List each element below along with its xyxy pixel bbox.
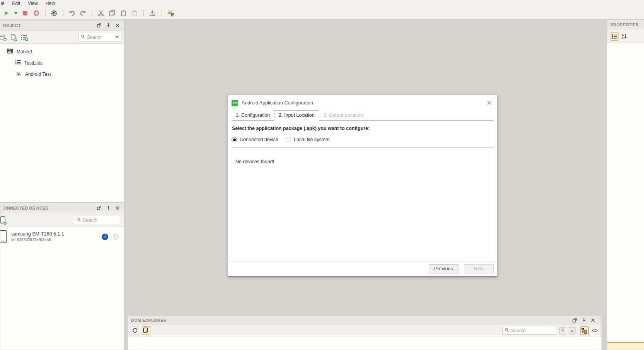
plus-badge-icon: [3, 38, 7, 41]
device-info-icon[interactable]: i: [102, 234, 108, 240]
select-element-icon[interactable]: [142, 326, 150, 335]
local-file-system-radio-label[interactable]: Local file system: [294, 137, 329, 142]
dom-search: [502, 327, 557, 335]
no-devices-message: No devices found!: [235, 159, 494, 164]
android-settings-icon[interactable]: [166, 9, 175, 17]
install-package-icon[interactable]: [148, 9, 156, 17]
next-button: Next: [464, 264, 494, 273]
android-app-config-dialog: TS Android Application Configuration 1. …: [228, 95, 497, 277]
dialog-title: Android Application Configuration: [242, 100, 313, 106]
sort-alphabetical-icon[interactable]: A Z: [622, 34, 627, 39]
dom-explorer-content[interactable]: [128, 336, 601, 350]
cut-icon[interactable]: [97, 9, 105, 17]
device-phone-icon: [0, 230, 7, 243]
toolbar-separator: [63, 10, 63, 16]
settings-gear-icon[interactable]: [50, 9, 58, 17]
dom-search-input[interactable]: [511, 328, 554, 333]
close-panel-icon[interactable]: [116, 24, 119, 27]
devices-panel-toolbar: [0, 213, 124, 227]
notification-strip: [607, 342, 644, 350]
new-list-icon[interactable]: [21, 34, 27, 40]
add-project-icon[interactable]: [0, 34, 5, 40]
toolbar-separator: [161, 10, 162, 16]
dialog-close-icon[interactable]: [487, 101, 492, 105]
dom-explorer-titlebar: DOM EXPLORER: [128, 316, 601, 325]
project-node-icon: [7, 48, 13, 55]
dialog-prompt: Select the application package (.apk) yo…: [232, 126, 494, 131]
package-source-radios: Connected device Local file system: [232, 137, 494, 142]
close-panel-icon[interactable]: [116, 206, 119, 210]
pin-panel-icon[interactable]: [106, 23, 111, 27]
project-search-input[interactable]: [87, 34, 113, 40]
tree-view-icon[interactable]: [580, 326, 589, 335]
menu-help[interactable]: Help: [42, 0, 59, 7]
new-file-icon[interactable]: [10, 34, 16, 40]
plus-badge-icon: [25, 38, 29, 41]
connected-device-radio[interactable]: [232, 137, 237, 142]
float-panel-icon[interactable]: [572, 318, 577, 323]
dialog-footer: Previous Next: [228, 261, 497, 276]
add-device-icon[interactable]: [0, 216, 5, 224]
device-select-radio[interactable]: [113, 234, 119, 240]
copy-icon[interactable]: [108, 9, 116, 17]
code-view-icon[interactable]: <>: [591, 328, 599, 333]
menu-edit[interactable]: Edit: [8, 0, 24, 7]
tree-item-label: Android Test: [25, 72, 51, 77]
device-row[interactable]: samsung SM-T280 5.1.1 Id: 628307817cfb2e…: [0, 227, 124, 246]
clear-search-icon[interactable]: [115, 34, 119, 40]
sort-letter-z: Z: [622, 36, 624, 39]
dialog-tabs: 1. Configuration 2. Input Location 3. Ou…: [232, 111, 494, 121]
device-name: samsung SM-T280 5.1.1: [11, 231, 64, 237]
close-panel-icon[interactable]: [591, 318, 595, 322]
vertical-splitter[interactable]: [602, 315, 607, 350]
properties-panel: PROPERTIES A Z: [607, 19, 644, 350]
plus-badge-icon: [3, 221, 7, 225]
find-previous-icon[interactable]: [569, 327, 576, 335]
dialog-divider: [232, 147, 494, 148]
record-icon[interactable]: [32, 9, 40, 17]
devices-panel-titlebar: ONNECTED DEVICES: [0, 203, 124, 213]
paste-icon[interactable]: [119, 9, 127, 17]
app-logo-icon: TS: [232, 100, 238, 106]
refresh-dom-icon[interactable]: [131, 326, 139, 335]
connected-device-radio-label[interactable]: Connected device: [240, 137, 278, 142]
run-icon[interactable]: [3, 9, 10, 17]
redo-icon[interactable]: [79, 9, 87, 17]
devices-search: [74, 216, 120, 224]
devices-search-input[interactable]: [83, 217, 118, 223]
properties-toolbar: A Z: [607, 30, 644, 43]
pin-panel-icon[interactable]: [106, 206, 111, 210]
delete-icon[interactable]: [131, 9, 138, 17]
tree-item-testlists[interactable]: TestLists: [0, 57, 124, 68]
categorized-view-icon[interactable]: [610, 32, 618, 41]
menu-file[interactable]: le: [0, 0, 8, 7]
tree-item-label: TestLists: [24, 60, 43, 66]
properties-title: PROPERTIES: [610, 22, 639, 27]
search-icon: [505, 328, 509, 333]
devices-panel-title: ONNECTED DEVICES: [3, 206, 48, 210]
float-panel-icon[interactable]: [97, 23, 101, 27]
search-icon: [77, 217, 81, 223]
main-toolbar: [0, 7, 644, 19]
device-id: Id: 628307817cfb2eb6: [11, 238, 64, 242]
run-options-caret-icon[interactable]: [14, 9, 18, 17]
project-tree: Mobile1 TestLists Android Test: [0, 44, 124, 80]
tab-input-location[interactable]: 2. Input Location: [274, 110, 319, 121]
android-node-icon: [15, 71, 22, 77]
tree-item-mobile1[interactable]: Mobile1: [0, 46, 124, 57]
local-file-system-radio[interactable]: [286, 137, 291, 142]
pin-panel-icon[interactable]: [582, 318, 586, 323]
plus-badge-icon: [14, 38, 17, 42]
menu-view[interactable]: View: [24, 0, 42, 7]
tab-output-location: 3. Output Location: [319, 111, 367, 120]
float-panel-icon[interactable]: [97, 206, 101, 210]
stop-icon[interactable]: [21, 9, 29, 17]
dom-explorer-panel: DOM EXPLORER: [128, 315, 602, 350]
undo-icon[interactable]: [68, 9, 76, 17]
find-next-icon[interactable]: [559, 327, 566, 335]
search-icon: [81, 34, 85, 40]
tab-configuration[interactable]: 1. Configuration: [232, 111, 274, 120]
app-window: le Edit View Help: [0, 0, 644, 350]
previous-button[interactable]: Previous: [429, 264, 458, 273]
tree-item-android-test[interactable]: Android Test: [0, 68, 124, 80]
